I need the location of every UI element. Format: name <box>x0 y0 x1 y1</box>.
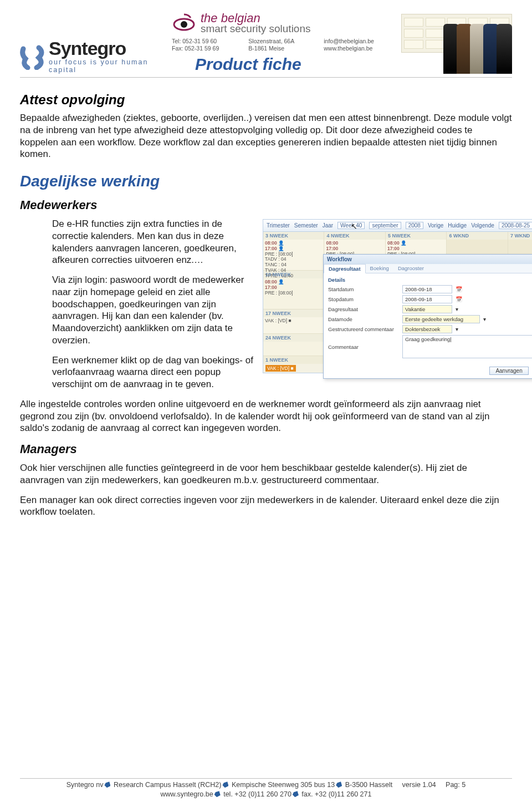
dialog-section: Details <box>328 277 532 283</box>
foot-1nweek: 1 NWEEK <box>263 356 324 364</box>
calendar-icon[interactable]: 📅 <box>456 296 462 302</box>
medewerkers-p1: De e-HR functies zijn extra functies in … <box>52 218 257 266</box>
lbl-dagresultaat: Dagresultaat <box>328 306 399 312</box>
belgian-email: info@thebelgian.be <box>324 38 395 44</box>
val-commentaar[interactable]: Graag goedkeuring| <box>402 335 532 358</box>
col-7wknd: 7 WKND <box>508 232 532 240</box>
page-header: Syntegro our focus is your human capital… <box>20 11 512 78</box>
dialog-title: Workflow <box>327 256 352 262</box>
lbl-gestructureerd-commentaar: Gestructureerd commentaar <box>328 326 399 332</box>
cell-time: 08:00 👤 <box>265 279 284 285</box>
footer-city: B-3500 Hasselt <box>345 781 392 789</box>
toolbar-jaar[interactable]: Jaar <box>323 222 333 229</box>
toolbar-trimester[interactable]: Trimester <box>267 222 290 229</box>
cell-time: 17:00 <box>387 246 400 251</box>
toolbar-year[interactable]: 2008 <box>406 222 423 229</box>
toolbar-current[interactable]: Huidige <box>448 222 467 229</box>
day-cell[interactable]: VAK : [VD] ■ <box>263 317 324 334</box>
cell-time: 08:00 👤 <box>387 240 407 246</box>
aanvragen-button[interactable]: Aanvragen <box>489 367 528 375</box>
belgian-eye-icon <box>172 11 196 35</box>
managers-p1: Ook hier verschijnen alle functies geïnt… <box>20 462 512 486</box>
cell-line: TADV : 04 <box>265 256 287 262</box>
medewerkers-p3: Een werknemer klikt op de dag van boekin… <box>52 354 257 390</box>
footer-fax: fax. +32 (0)11 260 271 <box>301 790 371 798</box>
tab-boeking[interactable]: Boeking <box>366 264 393 273</box>
belgian-block: the belgian smart security solutions Tel… <box>165 11 395 74</box>
col-10nweek: 10 NWEEK <box>263 271 324 278</box>
section-attest-opvolging: Attest opvolging <box>20 92 512 108</box>
belgian-street: Slozenstraat, 66A <box>248 38 315 44</box>
cell-time: 17:00 👤 <box>265 246 284 251</box>
cube-icon <box>222 781 228 788</box>
medewerkers-p2: Via zijn login: paswoord wordt de medewe… <box>52 274 257 347</box>
product-fiche-title: Product fiche <box>195 55 395 74</box>
toolbar-date[interactable]: 2008-08-25 <box>499 222 532 229</box>
toolbar-prev[interactable]: Vorige <box>428 222 443 229</box>
day-cell[interactable]: 08:00 👤 17:00 👤 PRE : [08:00] TADV : 04 … <box>263 240 324 271</box>
calendar-app-screenshot: Trimester Semester Jaar Week 40 septembe… <box>263 219 532 373</box>
cell-time: 08:00 <box>326 240 338 246</box>
cursor-icon: ↖ <box>351 222 357 231</box>
person-icon <box>497 24 512 74</box>
belgian-line2: smart security solutions <box>201 23 311 34</box>
col-17nweek: 17 NWEEK <box>263 309 324 317</box>
app-toolbar: Trimester Semester Jaar Week 40 septembe… <box>263 220 532 232</box>
svg-point-1 <box>181 21 187 28</box>
footer-web: www.syntegro.be <box>161 790 213 798</box>
chevron-down-icon[interactable]: ▾ <box>483 316 486 322</box>
toolbar-next[interactable]: Volgende <box>471 222 494 229</box>
section-managers: Managers <box>20 442 512 456</box>
app-grid: ↖ 3 NWEEK 4 NWEEK 5 NWEEK 6 WKND 7 WKND … <box>263 232 532 356</box>
val-startdatum[interactable]: 2008-09-18 <box>402 285 452 293</box>
footer-company: Syntegro nv <box>66 781 104 789</box>
syntegro-mark-icon <box>20 44 45 70</box>
cell-line: TANC : 04 <box>265 262 287 267</box>
lbl-stopdatum: Stopdatum <box>328 296 399 302</box>
syntegro-name: Syntegro <box>49 40 158 57</box>
belgian-tel: Tel: 052-31 59 60 <box>172 38 239 44</box>
footer-page: Pag: 5 <box>446 781 466 789</box>
val-gestructureerd-commentaar[interactable]: Doktersbezoek <box>402 325 452 333</box>
syntegro-tagline: our focus is your human capital <box>49 58 158 74</box>
cell-line: PRE : [08:00] <box>265 290 293 296</box>
tab-dagresultaat[interactable]: Dagresultaat <box>324 264 366 273</box>
cell-time: 08:00 👤 <box>265 240 284 246</box>
toolbar-month[interactable]: september <box>369 222 401 229</box>
footer-campus: Research Campus Hasselt (RCH2) <box>114 781 222 789</box>
workflow-dialog: Workflow × Dagresultaat Boeking Dagroost… <box>323 254 532 379</box>
val-stopdatum[interactable]: 2008-09-18 <box>402 295 452 303</box>
section-dagelijkse-werking: Dagelijkse werking <box>20 172 512 190</box>
col-4nweek: 4 NWEEK <box>324 232 385 240</box>
cube-icon <box>293 791 299 797</box>
managers-p2: Een manager kan ook direct correcties in… <box>20 494 512 519</box>
footer-street: Kempische Steenweg 305 bus 13 <box>232 781 335 789</box>
cell-time: 17:00 <box>326 246 338 251</box>
section-medewerkers: Medewerkers <box>20 198 512 212</box>
col-24nweek: 24 NWEEK <box>263 334 324 342</box>
belgian-web: www.thebelgian.be <box>324 45 395 52</box>
cube-icon <box>336 781 342 788</box>
lbl-commentaar: Commentaar <box>328 344 399 350</box>
day-cell[interactable]: 08:00 👤 17:00 PRE : [08:00] <box>263 278 324 309</box>
footer-tel: tel. +32 (0)11 260 270 <box>223 790 291 798</box>
chevron-down-icon[interactable]: ▾ <box>456 306 458 312</box>
header-illustration <box>401 14 512 74</box>
toolbar-semester[interactable]: Semester <box>294 222 318 229</box>
belgian-city: B-1861 Meise <box>248 45 315 52</box>
val-datamode[interactable]: Eerste gedeelte werkdag <box>402 315 480 323</box>
calendar-icon[interactable]: 📅 <box>456 286 462 292</box>
col-5nweek: 5 NWEEK <box>386 232 447 240</box>
vak-badge: VAK : [VD] ■ <box>265 365 296 372</box>
cell-line: VAK : [VD] ■ <box>265 318 291 323</box>
belgian-line1: the belgian <box>201 13 311 24</box>
page-footer: Syntegro nv Research Campus Hasselt (RCH… <box>20 778 512 799</box>
footer-version: versie 1.04 <box>402 781 436 789</box>
belgian-fax: Fax: 052-31 59 69 <box>172 45 239 52</box>
medewerkers-p4: Alle ingestelde controles worden online … <box>20 398 512 434</box>
col-3nweek: 3 NWEEK <box>263 232 324 240</box>
chevron-down-icon[interactable]: ▾ <box>456 326 458 332</box>
attest-paragraph: Bepaalde afwezigheden (ziektes, geboorte… <box>20 112 512 160</box>
tab-dagrooster[interactable]: Dagrooster <box>393 264 428 273</box>
val-dagresultaat[interactable]: Vakantie <box>402 305 452 313</box>
